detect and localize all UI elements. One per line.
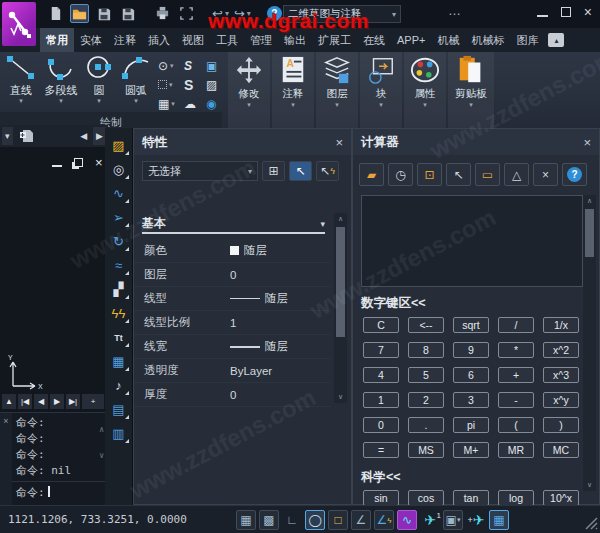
file-menu-dropdown-icon[interactable]: ▾ [2,127,13,145]
scroll-down-icon[interactable]: ∨ [99,443,104,469]
property-row-color[interactable]: 颜色 随层 [134,239,331,263]
tab-library[interactable]: 图库 [510,28,544,52]
key-6[interactable]: 6 [453,367,489,383]
undo-dropdown-icon[interactable]: ▾ [225,9,229,18]
layers-button[interactable]: 图层 ▾ [316,52,358,133]
hatch-pick-icon[interactable]: ▾ [158,80,184,89]
key-memory-add[interactable]: M+ [453,442,489,458]
select-objects-icon[interactable]: ↖ [289,161,312,181]
property-row-linetype[interactable]: 线型 随层 [134,287,331,311]
doc-close-icon[interactable]: × [95,155,103,170]
layout-last-icon[interactable]: ▶| [66,394,80,409]
scroll-up-icon[interactable]: ∧ [338,213,343,225]
help-icon[interactable]: ? [267,6,282,21]
calculator-close-icon[interactable]: × [583,135,591,150]
annotate-button[interactable]: A 注释 ▾ [272,52,314,133]
tab-manage[interactable]: 管理 [244,28,278,52]
layout-first-icon[interactable]: |◀ [18,394,32,409]
toggle-value-icon[interactable]: ⊞ [262,161,285,181]
object-snap-icon[interactable]: □ [328,510,348,530]
key-memory-store[interactable]: MS [408,442,444,458]
tab-view[interactable]: 视图 [176,28,210,52]
tab-insert[interactable]: 插入 [142,28,176,52]
paste-to-command-icon[interactable]: ⊡ [417,163,442,186]
key-minus[interactable]: - [498,392,534,408]
auto-annotation-scale-icon[interactable]: +✈ [466,510,486,530]
dynamic-input-icon[interactable]: ∠ϟ [374,510,394,530]
print-icon[interactable] [153,4,172,23]
workspace-dropdown[interactable]: 二维草图与注释 ▾ [283,5,401,23]
snap-mode-icon[interactable]: ▩ [259,510,279,530]
donut-icon[interactable]: ◉ [206,97,228,111]
text-tool-icon[interactable]: Tt [108,328,129,347]
layout-menu-icon[interactable]: ▲ [2,394,16,409]
command-history[interactable]: 命令: 命令: 命令: 命令: nil 命令: ∧ ∨ [12,413,105,505]
annotation-visibility-icon[interactable]: ✈1 [420,510,440,530]
key-memory-clear[interactable]: MC [543,442,579,458]
command-window-grip[interactable]: × [0,413,12,505]
tab-tools[interactable]: 工具 [210,28,244,52]
key-open-paren[interactable]: ( [498,417,534,433]
scientific-section-label[interactable]: 科学<< [361,469,401,486]
selection-dropdown[interactable]: 无选择 ▾ [142,161,258,181]
key-close-paren[interactable]: ) [543,417,579,433]
key-log[interactable]: log [498,490,534,506]
properties-close-icon[interactable]: × [335,135,343,150]
measure-distance-icon[interactable]: ▭ [475,163,500,186]
property-row-lineweight[interactable]: 线宽 随层 [134,335,331,359]
tab-online[interactable]: 在线 [357,28,391,52]
ortho-mode-icon[interactable]: ∟ [282,510,302,530]
circle-button[interactable]: 圆 ▾ [84,54,114,104]
polyline-button[interactable]: 多段线 ▾ [44,54,78,104]
revcloud-icon[interactable]: ☁ [184,97,206,111]
tab-annotate[interactable]: 注释 [108,28,142,52]
key-4[interactable]: 4 [363,367,399,383]
property-row-layer[interactable]: 图层 0 [134,263,331,287]
layout-tool-icon[interactable]: ▦ [108,352,129,371]
key-cube[interactable]: x^3 [543,367,579,383]
calculator-display[interactable] [361,195,583,287]
key-square[interactable]: x^2 [543,342,579,358]
tab-home[interactable]: 常用 [40,28,74,52]
redo-icon[interactable]: ↪ [234,6,245,21]
graph-tool-icon[interactable]: ∿ [108,184,129,203]
spline-cv-icon[interactable]: S [184,77,206,93]
region-icon[interactable]: ▣ [206,59,228,73]
undo-icon[interactable]: ↩ [212,6,223,21]
tab-solid[interactable]: 实体 [74,28,108,52]
model-space-icon[interactable]: ∿ [397,510,417,530]
clear-icon[interactable]: ▰ [359,163,384,186]
basic-section-header[interactable]: 基本 ▾ [142,215,325,232]
zoom-tool-icon[interactable]: ◎ [108,160,129,179]
key-tan[interactable]: tan [453,490,489,506]
grid-display-icon[interactable]: ▦ [236,510,256,530]
scrollbar-thumb[interactable] [336,227,345,337]
tab-output[interactable]: 输出 [278,28,312,52]
key-cos[interactable]: cos [408,490,444,506]
ribbon-collapse-icon[interactable]: ▴ [548,33,564,47]
tab-scroll-left-icon[interactable]: ◀ [77,127,90,145]
command-close-icon[interactable]: × [3,416,8,426]
get-intersection-icon[interactable]: × [533,163,558,186]
clear-history-icon[interactable]: ◷ [388,163,413,186]
command-scrollbar[interactable]: ∧ ∨ [99,417,104,469]
quickcalc-icon[interactable]: ▦ [489,510,509,530]
modify-button[interactable]: 修改 ▾ [228,52,270,133]
numpad-section-label[interactable]: 数字键区<< [361,295,426,312]
polar-tracking-icon[interactable]: ◯ [305,510,325,530]
key-sin[interactable]: sin [363,490,399,506]
scroll-up-icon[interactable]: ∧ [587,195,592,207]
clipboard-button[interactable]: 剪贴板 ▾ [448,52,494,133]
arc-button[interactable]: 圆弧 ▾ [120,54,152,104]
save-as-icon[interactable] [118,4,137,23]
block-button[interactable]: 块 ▾ [360,52,402,133]
key-1[interactable]: 1 [363,392,399,408]
key-pi[interactable]: pi [453,417,489,433]
raster-image-icon[interactable]: ▨ [108,136,129,155]
sheet-tool-icon[interactable]: ▥ [108,424,129,443]
layout-prev-icon[interactable]: ◀ [34,394,48,409]
calculator-scrollbar[interactable]: ∧ ∨ [583,195,596,491]
array-tool-icon[interactable]: ▞ [108,280,129,299]
table-tool-icon[interactable]: ▤ [108,400,129,419]
object-snap-tracking-icon[interactable]: ∠ [351,510,371,530]
